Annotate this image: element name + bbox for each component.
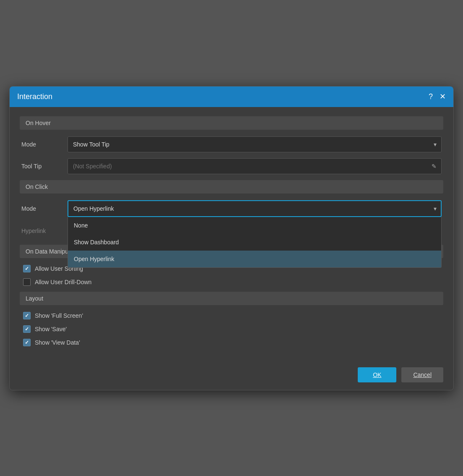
tooltip-row: Tool Tip ✎ bbox=[20, 158, 443, 174]
hover-mode-control: Show Tool Tip ▾ bbox=[68, 136, 442, 152]
tooltip-control: ✎ bbox=[68, 158, 442, 174]
hyperlink-label: Hyperlink bbox=[21, 228, 68, 234]
click-mode-control: Open Hyperlink ▾ None Show Dashboard Ope… bbox=[68, 200, 442, 217]
dialog-title: Interaction bbox=[17, 92, 52, 101]
ok-button[interactable]: OK bbox=[358, 367, 396, 382]
hover-mode-label: Mode bbox=[21, 141, 68, 148]
tooltip-input[interactable] bbox=[68, 158, 442, 174]
hover-mode-select[interactable]: Show Tool Tip bbox=[68, 136, 442, 152]
layout-section-header: Layout bbox=[20, 292, 443, 305]
click-mode-row: Mode Open Hyperlink ▾ None Show Dashboar… bbox=[20, 200, 443, 217]
show-view-data-checkbox[interactable] bbox=[23, 339, 31, 346]
cancel-button[interactable]: Cancel bbox=[401, 367, 443, 382]
hover-mode-row: Mode Show Tool Tip ▾ bbox=[20, 136, 443, 152]
on-click-section-header: On Click bbox=[20, 180, 443, 194]
dialog-header: Interaction ? ✕ bbox=[10, 86, 453, 107]
click-mode-dropdown-container: Open Hyperlink ▾ None Show Dashboard Ope… bbox=[68, 200, 442, 217]
show-full-screen-checkbox[interactable] bbox=[23, 312, 31, 319]
allow-user-drilldown-label: Allow User Drill-Down bbox=[35, 279, 91, 285]
tooltip-input-wrapper: ✎ bbox=[68, 158, 442, 174]
show-full-screen-row: Show 'Full Screen' bbox=[20, 312, 443, 319]
click-mode-dropdown-list: None Show Dashboard Open Hyperlink bbox=[68, 217, 442, 268]
close-button[interactable]: ✕ bbox=[440, 93, 446, 100]
allow-user-drilldown-row: Allow User Drill-Down bbox=[20, 278, 443, 286]
tooltip-label: Tool Tip bbox=[21, 163, 68, 170]
show-view-data-label: Show 'View Data' bbox=[35, 339, 80, 346]
dialog-body: On Hover Mode Show Tool Tip ▾ Tool Tip ✎ bbox=[10, 107, 453, 360]
show-view-data-row: Show 'View Data' bbox=[20, 339, 443, 346]
help-button[interactable]: ? bbox=[429, 93, 433, 100]
dialog-footer: OK Cancel bbox=[10, 360, 453, 390]
interaction-dialog: Interaction ? ✕ On Hover Mode Show Tool … bbox=[9, 86, 454, 390]
allow-user-sorting-checkbox[interactable] bbox=[23, 265, 31, 272]
allow-user-drilldown-checkbox[interactable] bbox=[23, 278, 31, 286]
show-save-checkbox[interactable] bbox=[23, 325, 31, 333]
click-mode-select-wrapper: Open Hyperlink ▾ bbox=[68, 200, 442, 217]
edit-icon[interactable]: ✎ bbox=[432, 163, 437, 170]
dropdown-option-none[interactable]: None bbox=[68, 217, 441, 234]
show-save-label: Show 'Save' bbox=[35, 326, 67, 332]
click-mode-select[interactable]: Open Hyperlink bbox=[68, 200, 442, 217]
dropdown-option-open-hyperlink[interactable]: Open Hyperlink bbox=[68, 251, 441, 267]
on-hover-section-header: On Hover bbox=[20, 116, 443, 130]
header-actions: ? ✕ bbox=[429, 93, 446, 100]
show-full-screen-label: Show 'Full Screen' bbox=[35, 312, 83, 319]
dropdown-option-show-dashboard[interactable]: Show Dashboard bbox=[68, 234, 441, 251]
click-mode-label: Mode bbox=[21, 205, 68, 212]
hover-mode-select-wrapper: Show Tool Tip ▾ bbox=[68, 136, 442, 152]
show-save-row: Show 'Save' bbox=[20, 325, 443, 333]
